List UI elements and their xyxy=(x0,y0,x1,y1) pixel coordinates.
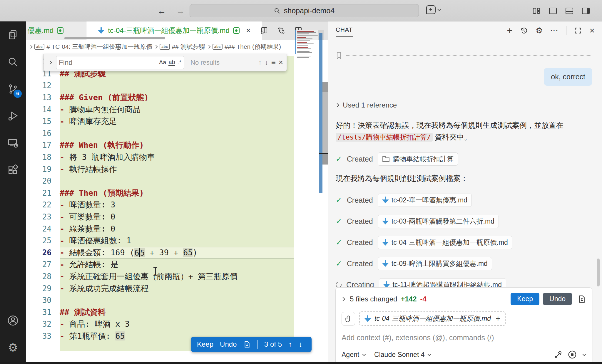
regex-icon[interactable]: .* xyxy=(178,59,181,66)
created-file-chip[interactable]: tc-03-兩瓶啤酒觸發第二件六折.md xyxy=(378,215,499,228)
command-center-search[interactable]: shopapi-demo4 xyxy=(190,4,419,17)
created-file-chip[interactable]: 購物車結帳折扣計算 xyxy=(378,152,458,166)
editor-line[interactable]: 21### Then (預期結果) xyxy=(26,187,328,199)
search-sidebar-icon[interactable] xyxy=(0,48,26,76)
nav-forward-button[interactable]: → xyxy=(176,6,185,16)
toggle-sidebar-icon[interactable] xyxy=(549,6,557,15)
toggle-secondary-sidebar-icon[interactable] xyxy=(581,6,590,15)
model-picker[interactable]: Claude Sonnet 4 xyxy=(374,351,424,359)
editor-line[interactable]: 20 xyxy=(26,175,328,187)
stop-button[interactable] xyxy=(568,350,578,360)
editor-line[interactable]: 17### When (執行動作) xyxy=(26,139,328,151)
nav-back-button[interactable]: ← xyxy=(157,6,166,16)
tab-label: 優惠.md xyxy=(28,26,53,35)
editor-scrollbar[interactable] xyxy=(322,82,328,165)
find-close-icon[interactable]: × xyxy=(279,58,283,67)
overview-ruler-cursor-line xyxy=(319,153,328,154)
editor-line[interactable]: 31## 測試資料 xyxy=(26,306,328,318)
editor-line[interactable]: 27- 允許結帳: 是 xyxy=(26,259,328,271)
tab-scrollbar[interactable] xyxy=(64,37,165,39)
user-message: ok, correct xyxy=(544,68,592,86)
mode-picker[interactable]: Agent xyxy=(342,351,359,359)
settings-gear-icon[interactable]: ⚙ xyxy=(0,334,26,361)
created-file-chip[interactable]: tc-09-啤酒上限購買多組優惠.md xyxy=(378,257,492,270)
chat-more-icon[interactable]: ··· xyxy=(550,27,558,34)
match-case-icon[interactable]: Aa xyxy=(159,59,166,66)
tab-chat[interactable]: CHAT xyxy=(336,26,353,35)
line-number: 20 xyxy=(26,177,60,185)
editor-line[interactable]: 30 xyxy=(26,294,328,306)
editor-line[interactable]: 22- 啤酒數量: 3 xyxy=(26,199,328,211)
diff-file-icon[interactable] xyxy=(577,295,586,303)
editor-line[interactable]: 26- 結帳金額: 169 (65 + 39 + 65) xyxy=(26,247,328,259)
created-file-chip[interactable]: tc-04-三瓶啤酒一組優惠加一瓶原價.md xyxy=(378,236,512,249)
previous-change-icon[interactable]: ↑ xyxy=(288,340,292,349)
extensions-icon[interactable] xyxy=(0,157,26,184)
editor-line[interactable]: 25- 啤酒優惠組數: 1 xyxy=(26,235,328,247)
editor-line[interactable]: 28- 系統正確套用一組優惠（前兩瓶）+ 第三瓶原價 xyxy=(26,271,328,283)
tools-icon[interactable] xyxy=(554,350,563,359)
find-input[interactable] xyxy=(59,58,157,67)
find-next-icon[interactable]: ↓ xyxy=(265,58,268,67)
editor-line[interactable]: 32- 商品: 啤酒 x 3 xyxy=(26,318,328,330)
maximize-icon[interactable] xyxy=(574,27,582,34)
history-icon[interactable] xyxy=(520,27,528,35)
run-debug-icon[interactable] xyxy=(0,103,26,130)
editor-line[interactable]: 23- 可樂數量: 0 xyxy=(26,211,328,223)
editor-line[interactable]: 18- 將 3 瓶啤酒加入購物車 xyxy=(26,151,328,163)
editor-line[interactable]: 14- 購物車內無任何商品 xyxy=(26,103,328,115)
chat-settings-icon[interactable]: ⚙ xyxy=(536,26,543,35)
chat-input[interactable] xyxy=(342,333,586,342)
account-icon[interactable] xyxy=(0,307,26,334)
undo-button[interactable]: Undo xyxy=(220,340,237,348)
bookmark-icon[interactable] xyxy=(336,51,342,60)
keep-button[interactable]: Keep xyxy=(197,340,213,348)
symbol-string-icon: abc xyxy=(34,44,44,50)
breadcrumb-item[interactable]: abc # TC-04: 三瓶啤酒一組優惠加一瓶原價 xyxy=(34,43,152,51)
editor-line[interactable]: 15- 啤酒庫存充足 xyxy=(26,115,328,128)
find-in-selection-icon[interactable]: ≡ xyxy=(271,58,276,67)
breadcrumb-item[interactable]: abc ### Then (預期結果) xyxy=(213,43,281,51)
editor-line[interactable]: 24- 綠茶數量: 0 xyxy=(26,223,328,235)
editor-content[interactable]: 1011## 測試步驟1213### Given (前置狀態)14- 購物車內無… xyxy=(26,54,328,364)
editor-line[interactable]: 13### Given (前置狀態) xyxy=(26,92,328,104)
whole-word-icon[interactable]: ab xyxy=(168,59,175,66)
chat-close-icon[interactable]: × xyxy=(589,26,595,36)
customize-layout-icon[interactable] xyxy=(532,6,541,15)
next-change-icon[interactable]: ↓ xyxy=(299,340,302,349)
editor-line[interactable]: 19- 執行結帳操作 xyxy=(26,163,328,175)
tab-close-icon[interactable]: × xyxy=(246,26,251,35)
chat-scrollbar[interactable] xyxy=(597,259,600,286)
keep-all-button[interactable]: Keep xyxy=(511,293,539,305)
editor-line[interactable]: 16 xyxy=(26,128,328,140)
toggle-panel-icon[interactable] xyxy=(565,6,574,15)
line-number: 31 xyxy=(26,308,60,317)
find-expand-icon[interactable] xyxy=(48,60,52,64)
created-file-chip[interactable]: tc-02-單一啤酒無優惠.md xyxy=(378,194,472,207)
add-attachment-icon[interactable]: + xyxy=(496,314,500,323)
editor-line[interactable]: 12 xyxy=(26,80,328,92)
sync-compare-icon[interactable] xyxy=(277,26,285,35)
source-control-icon[interactable]: 6 xyxy=(0,76,26,103)
undo-all-button[interactable]: Undo xyxy=(543,293,572,305)
find-previous-icon[interactable]: ↑ xyxy=(258,58,262,67)
copilot-menu[interactable] xyxy=(426,5,441,14)
references-toggle[interactable]: Used 1 reference xyxy=(336,101,592,109)
remote-explorer-icon[interactable] xyxy=(0,130,26,157)
editor-line[interactable]: 29- 系統成功完成結帳流程 xyxy=(26,282,328,294)
diff-file-icon[interactable] xyxy=(243,340,251,348)
minimap-slider[interactable] xyxy=(295,30,324,40)
attached-file-chip[interactable]: tc-04-三瓶啤酒一組優惠加一瓶原價.md + xyxy=(359,311,506,326)
files-changed-label[interactable]: 5 files changed xyxy=(350,295,397,303)
open-changes-icon[interactable] xyxy=(260,26,268,35)
find-input-box[interactable]: Aa ab .* xyxy=(56,56,184,69)
step-status: Created xyxy=(347,155,373,163)
expand-changes-icon[interactable] xyxy=(341,297,345,301)
explorer-icon[interactable] xyxy=(0,21,26,48)
attach-context-button[interactable] xyxy=(342,312,355,326)
new-chat-icon[interactable]: + xyxy=(507,26,513,35)
chevron-right-icon xyxy=(207,45,211,49)
chevron-down-icon xyxy=(582,352,586,356)
breadcrumb-item[interactable]: abc ## 測試步驟 xyxy=(160,43,205,51)
chat-panel: CHAT + ⚙ ··· × ok, correctUsed 1 referen… xyxy=(328,21,602,364)
